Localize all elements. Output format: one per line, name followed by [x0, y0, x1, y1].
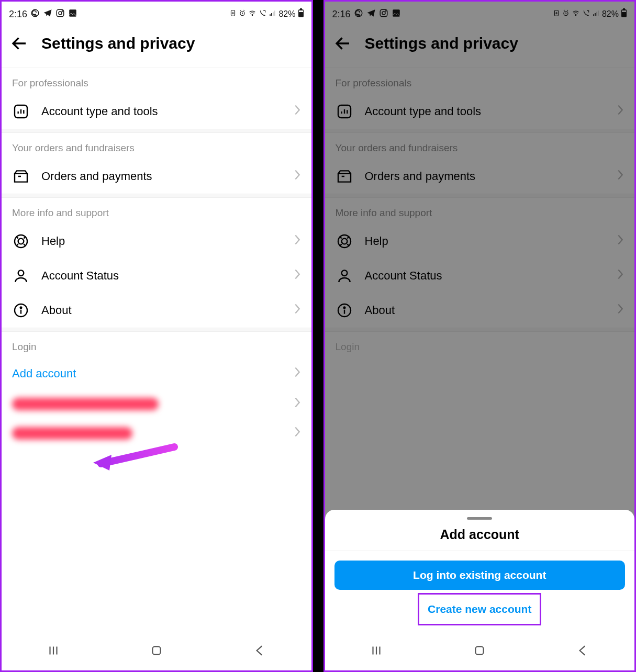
login-existing-button[interactable]: Log into existing account: [334, 561, 626, 590]
recents-button[interactable]: [370, 644, 383, 661]
section-login-label: Login: [325, 332, 635, 358]
header: Settings and privacy: [2, 25, 311, 68]
section-orders-label: Your orders and fundraisers: [325, 133, 635, 159]
lifebuoy-icon: [12, 232, 30, 250]
row-help[interactable]: Help: [325, 224, 635, 259]
svg-rect-13: [300, 8, 302, 9]
section-support-label: More info and support: [2, 198, 311, 224]
svg-point-3: [62, 10, 63, 12]
svg-point-7: [252, 15, 253, 16]
row-account-tools[interactable]: Account type and tools: [2, 94, 311, 129]
battery-icon: [298, 8, 304, 20]
page-title: Settings and privacy: [365, 35, 518, 52]
row-add-account[interactable]: Add account: [2, 358, 311, 389]
chevron-right-icon: [294, 234, 301, 249]
screenshot-left: 2:16 82%: [0, 0, 313, 672]
info-icon: [12, 301, 30, 319]
svg-rect-43: [476, 646, 484, 654]
battery-text: 82%: [278, 9, 295, 19]
back-button[interactable]: [10, 34, 29, 53]
svg-rect-32: [596, 12, 597, 16]
svg-rect-35: [623, 8, 625, 9]
svg-rect-33: [598, 10, 599, 16]
instagram-icon: [55, 8, 65, 20]
row-about[interactable]: About: [2, 293, 311, 328]
svg-point-39: [341, 239, 347, 244]
section-divider: [2, 129, 311, 133]
page-title: Settings and privacy: [41, 35, 195, 52]
row-label: Orders and payments: [365, 170, 606, 183]
svg-point-25: [385, 10, 386, 12]
gallery-icon: [392, 8, 401, 20]
row-help[interactable]: Help: [2, 224, 311, 259]
battery-icon: [621, 8, 627, 20]
section-professionals-label: For professionals: [2, 68, 311, 94]
header: Settings and privacy: [325, 25, 635, 68]
svg-rect-8: [270, 14, 271, 16]
svg-point-2: [59, 12, 62, 15]
row-label: About: [365, 304, 606, 317]
row-account-status[interactable]: Account Status: [325, 259, 635, 293]
svg-rect-11: [274, 10, 275, 16]
battery-saver-icon: [229, 9, 237, 19]
chevron-right-icon: [617, 234, 624, 249]
whatsapp-icon: [30, 8, 40, 20]
chevron-right-icon: [617, 268, 624, 283]
svg-rect-14: [299, 10, 303, 12]
row-label: Help: [365, 234, 606, 248]
section-login-label: Login: [2, 332, 311, 358]
telegram-icon: [43, 8, 52, 20]
bar-chart-icon: [336, 103, 353, 120]
signal-icon: [593, 9, 600, 19]
recents-button[interactable]: [47, 644, 60, 661]
redacted-text: [12, 427, 132, 440]
svg-rect-31: [595, 13, 596, 16]
chevron-right-icon: [617, 104, 624, 119]
redacted-text: [12, 398, 159, 410]
section-divider: [2, 194, 311, 198]
instagram-icon: [379, 8, 388, 20]
row-label: Account type and tools: [365, 105, 606, 118]
create-new-account-button[interactable]: Create new account: [419, 595, 540, 624]
section-support-label: More info and support: [325, 198, 635, 224]
bar-chart-icon: [12, 103, 30, 120]
row-redacted[interactable]: [2, 389, 311, 419]
svg-rect-4: [69, 9, 76, 17]
row-about[interactable]: About: [325, 293, 635, 328]
back-button[interactable]: [333, 34, 352, 53]
battery-text: 82%: [602, 9, 619, 19]
add-account-sheet: Add account Log into existing account Cr…: [325, 510, 635, 635]
row-account-status[interactable]: Account Status: [2, 259, 311, 293]
chevron-right-icon: [294, 104, 301, 119]
chevron-right-icon: [294, 268, 301, 283]
svg-point-29: [575, 15, 576, 16]
row-label: Account Status: [365, 269, 606, 283]
svg-rect-26: [393, 9, 400, 17]
person-icon: [336, 267, 353, 285]
signal-icon: [269, 9, 276, 19]
annotation-highlight: Create new account: [418, 593, 541, 625]
home-button[interactable]: [150, 644, 163, 661]
svg-point-20: [20, 307, 22, 308]
svg-point-42: [343, 307, 345, 308]
home-button[interactable]: [473, 644, 486, 661]
row-orders-payments[interactable]: Orders and payments: [2, 159, 311, 194]
section-divider: [325, 129, 635, 133]
row-redacted[interactable]: [2, 419, 311, 448]
svg-point-17: [18, 239, 24, 244]
android-navbar: [325, 636, 635, 670]
svg-point-18: [18, 270, 24, 276]
back-nav-button[interactable]: [253, 644, 266, 661]
chevron-right-icon: [294, 303, 301, 318]
chevron-right-icon: [617, 169, 624, 184]
chevron-right-icon: [294, 366, 301, 381]
telegram-icon: [366, 8, 376, 20]
status-time: 2:16: [9, 9, 27, 20]
row-orders-payments[interactable]: Orders and payments: [325, 159, 635, 194]
alarm-icon: [239, 9, 246, 19]
back-nav-button[interactable]: [576, 644, 589, 661]
row-account-tools[interactable]: Account type and tools: [325, 94, 635, 129]
svg-rect-30: [593, 14, 594, 16]
wifi-icon: [248, 9, 256, 19]
sheet-drag-handle[interactable]: [467, 517, 492, 520]
